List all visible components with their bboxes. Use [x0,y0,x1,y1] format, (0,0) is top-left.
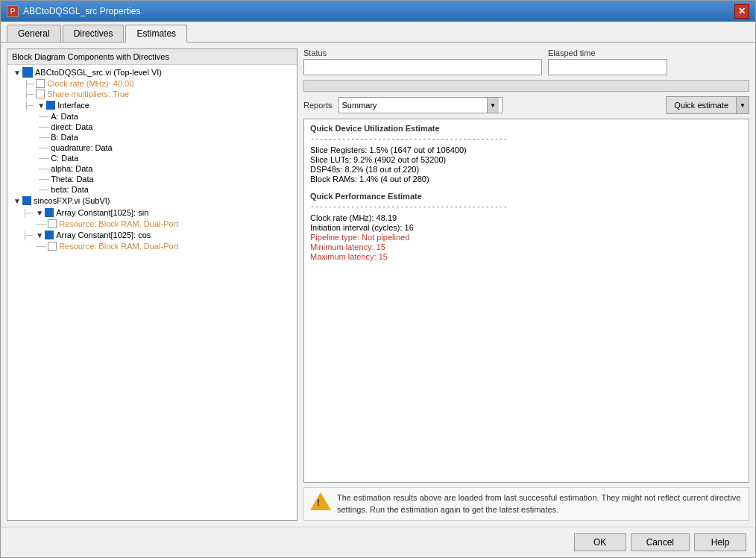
title-bar-left: P ABCtoDQSGL_src Properties [7,5,140,17]
connector: ├─ [24,80,34,88]
tree-item-array-cos[interactable]: ├─ ▼ Array Constant[1025]: cos [9,229,295,241]
checkbox-clockrate[interactable] [36,79,45,88]
tab-general[interactable]: General [7,25,61,42]
warning-text: The estimation results above are loaded … [337,492,743,515]
tree-label-share: Share multipliers: True [47,90,129,98]
array-cos-icon [45,231,54,239]
connector: ├─ [22,231,33,239]
tree-label: A: Data [51,112,78,121]
tree-label: direct: Data [51,122,92,131]
reports-row: Reports Summary ▼ Quick estimate ▼ [303,96,749,114]
checkbox-resource-sin[interactable] [48,219,57,228]
connector: ── [39,154,49,163]
tree-item-interface[interactable]: ├─ ▼ Interface [9,99,295,111]
quick-estimate-label: Quick estimate [666,96,736,114]
tree-label-clockrate: Clock rate (MHz): 40.00 [47,79,133,88]
interface-icon [46,101,55,110]
connector: ── [36,220,46,228]
close-button[interactable]: ✕ [734,4,749,19]
connector: ── [39,144,49,152]
progress-bar [303,80,749,92]
tree-label: sincosFXP.vi (SubVI) [34,196,110,205]
vi-icon [22,67,33,78]
content-area: Block Diagram Components with Directives… [1,43,755,527]
reports-dropdown[interactable]: Summary ▼ [338,97,503,113]
tree-label: B: Data [51,133,78,142]
tree-item-resource-sin[interactable]: ── Resource: Block RAM, Dual-Port [9,219,295,229]
util-line-1: Slice LUTs: 9.2% (4902 out of 53200) [310,155,743,164]
tab-estimates[interactable]: Estimates [125,25,187,43]
tree-item-array-sin[interactable]: ├─ ▼ Array Constant[1025]: sin [9,207,295,219]
reports-selected-value: Summary [342,101,377,110]
ok-button[interactable]: OK [574,533,626,551]
performance-divider: ----------------------------------------… [310,202,743,210]
status-label: Status [303,48,542,57]
tree-label: Resource: Block RAM, Dual-Port [59,242,178,251]
main-window: P ABCtoDQSGL_src Properties ✕ General Di… [0,0,756,558]
util-line-2: DSP48s: 8.2% (18 out of 220) [310,165,743,174]
performance-title: Quick Performance Estimate [310,192,743,201]
window-icon: P [7,5,19,17]
tree-item-sincosfxp[interactable]: ▼ sincosFXP.vi (SubVI) [9,195,295,207]
quick-estimate-button[interactable]: Quick estimate ▼ [666,96,749,114]
expand-icon[interactable]: ▼ [12,67,22,78]
reports-label: Reports [303,101,333,110]
connector: ── [36,242,46,251]
expand-icon[interactable]: ▼ [34,230,45,240]
perf-line-4: Maximum latency: 15 [310,252,743,261]
tab-bar: General Directives Estimates [1,22,755,43]
tree-label: Array Constant[1025]: sin [56,208,148,217]
perf-line-1: Initiation interval (cycles): 16 [310,223,743,232]
connector: ── [39,175,49,184]
tree-item-root[interactable]: ▼ ABCtoDQSGL_src.vi (Top-level VI) [9,66,295,78]
connector: ├─ [24,101,34,110]
perf-line-2: Pipeline type: Not pipelined [310,233,743,242]
help-button[interactable]: Help [694,533,746,551]
util-line-3: Block RAMs: 1.4% (4 out of 280) [310,175,743,184]
tree-item-direct-data[interactable]: ── direct: Data [9,122,295,132]
quick-estimate-button-group: Quick estimate ▼ [666,96,749,114]
tree-item-beta-data[interactable]: ── beta: Data [9,184,295,195]
expand-icon[interactable]: ▼ [12,195,22,206]
warning-triangle [310,492,331,510]
tree-item-a-data[interactable]: ── A: Data [9,111,295,122]
warning-bar: The estimation results above are loaded … [303,487,749,521]
tree-label: quadrature: Data [51,143,113,152]
tree-item-b-data[interactable]: ── B: Data [9,132,295,142]
expand-icon[interactable]: ▼ [36,100,46,110]
utilization-title: Quick Device Utilization Estimate [310,124,743,133]
status-group: Status [303,48,542,75]
elapsed-group: Elasped time [548,48,667,75]
connector: ── [39,113,49,121]
tree-area[interactable]: ▼ ABCtoDQSGL_src.vi (Top-level VI) ├─ Cl… [7,65,297,520]
cancel-button[interactable]: Cancel [631,533,690,551]
tree-label: Array Constant[1025]: cos [56,231,151,239]
subvi-icon [22,196,31,205]
tab-directives[interactable]: Directives [63,25,125,42]
tree-item-quadrature-data[interactable]: ── quadrature: Data [9,142,295,153]
tree-label: C: Data [51,154,78,163]
window-title: ABCtoDQSGL_src Properties [23,6,140,16]
tree-item-theta-data[interactable]: ── Theta: Data [9,174,295,184]
array-icon [45,208,54,217]
tree-label: Resource: Block RAM, Dual-Port [59,219,178,228]
tree-label: beta: Data [51,185,89,194]
perf-line-0: Clock rate (MHz): 48.19 [310,213,743,222]
checkbox-resource-cos[interactable] [48,242,57,251]
checkbox-share-multipliers[interactable] [36,90,45,98]
status-input[interactable] [303,59,542,75]
tree-item-share-multipliers[interactable]: ├─ Share multipliers: True [9,89,295,99]
dropdown-arrow-icon: ▼ [487,98,499,113]
tree-item-alpha-data[interactable]: ── alpha: Data [9,163,295,174]
left-panel: Block Diagram Components with Directives… [7,48,297,521]
utilization-divider: ----------------------------------------… [310,134,743,142]
connector: ── [39,186,49,194]
util-line-0: Slice Registers: 1.5% (1647 out of 10640… [310,145,743,154]
tree-item-resource-cos[interactable]: ── Resource: Block RAM, Dual-Port [9,241,295,251]
quick-estimate-dropdown-icon[interactable]: ▼ [736,96,749,114]
elapsed-input[interactable] [548,59,667,75]
tree-item-c-data[interactable]: ── C: Data [9,153,295,163]
tree-item-clockrate[interactable]: ├─ Clock rate (MHz): 40.00 [9,78,295,89]
expand-icon[interactable]: ▼ [34,207,45,218]
warning-icon [310,492,331,513]
